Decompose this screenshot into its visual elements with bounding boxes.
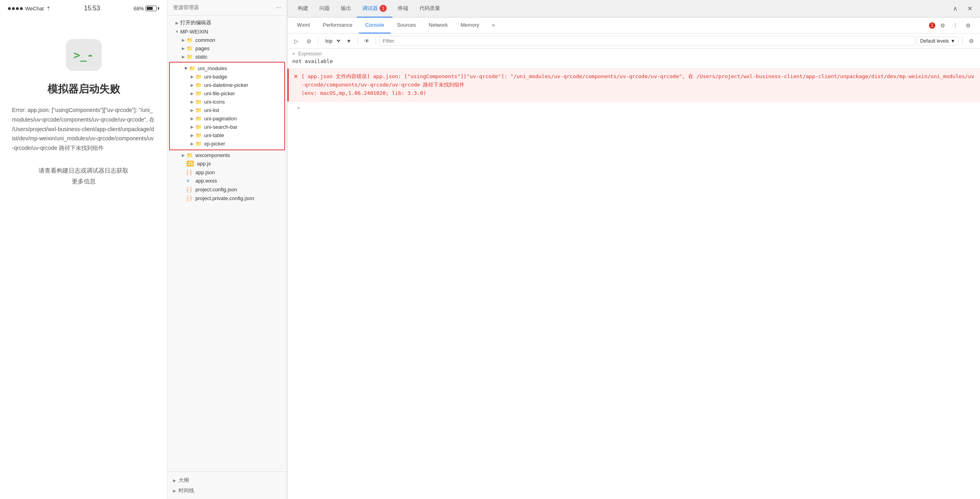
sub-tab-performance-label: Performance xyxy=(323,22,352,28)
arrow-uni-badge: ▶ xyxy=(189,75,195,79)
arrow-uni-icons: ▶ xyxy=(189,100,195,104)
tab-build[interactable]: 构建 xyxy=(292,0,314,18)
sub-tab-right-actions: 1 ⚙ ⋮ ⚙ xyxy=(926,20,977,31)
console-error-text: [ app.json 文件内容错误] app.json: ["usingComp… xyxy=(301,73,975,97)
error-circle: 1 xyxy=(929,22,935,29)
execute-btn[interactable]: ▷ xyxy=(291,35,302,47)
terminal-icon-container: >_- xyxy=(66,39,102,71)
devtools-top-tabs: 构建 问题 输出 调试器 1 终端 代码质量 ∧ ✕ xyxy=(287,0,980,18)
tree-open-editors[interactable]: ▶ 打开的编辑器 xyxy=(167,18,287,28)
settings-btn[interactable]: ⚙ xyxy=(937,20,948,31)
explorer-panel: 资源管理器 ··· ▶ 打开的编辑器 ▼ MP-WEIXIN ▶ 📁 commo… xyxy=(167,0,287,499)
tree-app-json[interactable]: ▶ {·} app.json xyxy=(167,168,287,177)
tree-uni-badge[interactable]: ▶ 📁 uni-badge xyxy=(170,73,284,81)
tree-uni-icons[interactable]: ▶ 📁 uni-icons xyxy=(170,98,284,106)
tree-mp-weixin[interactable]: ▼ MP-WEIXIN xyxy=(167,28,287,36)
tree-uni-datetime-picker[interactable]: ▶ 📁 uni-datetime-picker xyxy=(170,81,284,89)
tree-uni-list[interactable]: ▶ 📁 uni-list xyxy=(170,106,284,114)
expression-section: × Expression not available xyxy=(287,49,980,69)
sub-tab-console[interactable]: Console xyxy=(359,18,391,33)
uni-file-picker-label: uni-file-picker xyxy=(204,90,235,96)
tree-project-config[interactable]: ▶ {·} project.config.json xyxy=(167,185,287,194)
arrow-common: ▶ xyxy=(180,38,187,42)
eye-btn[interactable]: 👁 xyxy=(361,35,372,47)
expression-value: not available xyxy=(292,57,975,66)
tab-code-quality-label: 代码质量 xyxy=(419,5,440,12)
sub-tab-more[interactable]: » xyxy=(486,18,501,33)
expand-arrow[interactable]: > xyxy=(297,105,300,111)
folder-icon-uni-badge: 📁 xyxy=(195,74,203,80)
sub-tab-sources[interactable]: Sources xyxy=(391,18,423,33)
signal-dot-1 xyxy=(8,7,11,10)
arrow-open-editors: ▶ xyxy=(174,21,180,25)
debugger-badge: 1 xyxy=(380,5,387,12)
arrow-down-icon: ▼ xyxy=(346,38,352,44)
terminal-icon: >_- xyxy=(73,49,94,62)
open-editors-label: 打开的编辑器 xyxy=(180,19,211,26)
uni-badge-label: uni-badge xyxy=(204,74,227,80)
tree-uni-table[interactable]: ▶ 📁 uni-table xyxy=(170,131,284,139)
signal-dot-2 xyxy=(12,7,15,10)
tree-uni-modules[interactable]: ▼ 📁 uni_modules xyxy=(170,64,284,73)
error-count-label: 1 xyxy=(931,23,933,28)
collapse-panel-btn[interactable]: ∧ xyxy=(950,3,961,14)
tab-output[interactable]: 输出 xyxy=(335,0,357,18)
signal-dots xyxy=(8,7,23,10)
settings-icon: ⚙ xyxy=(966,22,971,29)
tab-issues[interactable]: 问题 xyxy=(314,0,335,18)
default-levels-btn[interactable]: Default levels ▼ xyxy=(917,37,959,45)
tab-terminal-label: 终端 xyxy=(398,5,408,12)
tree-common[interactable]: ▶ 📁 common xyxy=(167,36,287,44)
wxcomponents-label: wxcomponents xyxy=(195,152,230,158)
context-selector[interactable]: top xyxy=(321,36,342,45)
sub-tab-network[interactable]: Network xyxy=(422,18,454,33)
folder-icon-uni-modules: 📁 xyxy=(189,65,196,71)
folder-icon-pages: 📁 xyxy=(187,45,194,51)
sub-tab-memory[interactable]: Memory xyxy=(454,18,486,33)
js-file-icon: JS xyxy=(187,161,194,167)
tree-static[interactable]: ▶ 📁 static xyxy=(167,53,287,61)
sub-tab-wxml[interactable]: Wxml xyxy=(291,18,317,33)
timeline-arrow: ▶ xyxy=(173,489,176,493)
tree-uni-search-bar[interactable]: ▶ 📁 uni-search-bar xyxy=(170,123,284,131)
more-options-btn[interactable]: ⋮ xyxy=(950,20,961,31)
tab-code-quality[interactable]: 代码质量 xyxy=(414,0,446,18)
tree-uni-pagination[interactable]: ▶ 📁 uni-pagination xyxy=(170,114,284,123)
phone-panel: WeChat ⇡ 15:53 68% >_- 模拟器启动失败 Error: ap… xyxy=(0,0,167,499)
tree-pages[interactable]: ▶ 📁 pages xyxy=(167,44,287,53)
app-wxss-label: app.wxss xyxy=(195,178,217,184)
sub-tab-performance[interactable]: Performance xyxy=(317,18,359,33)
arrow-down-btn[interactable]: ▼ xyxy=(343,35,354,47)
tab-debugger-label: 调试器 xyxy=(362,5,378,12)
arrow-wxcomponents: ▶ xyxy=(180,153,187,157)
status-left: WeChat ⇡ xyxy=(8,6,51,12)
tree-app-wxss[interactable]: ▶ ≡ app.wxss xyxy=(167,177,287,185)
tree-wxcomponents[interactable]: ▶ 📁 wxcomponents xyxy=(167,151,287,159)
outline-section[interactable]: ▶ 大纲 xyxy=(173,475,281,485)
tree-xp-picker[interactable]: ▶ 📁 xp-picker xyxy=(170,139,284,148)
expression-close-btn[interactable]: × xyxy=(292,51,295,57)
settings-btn-2[interactable]: ⚙ xyxy=(962,20,974,31)
explorer-menu-icon[interactable]: ··· xyxy=(276,4,281,11)
uni-pagination-label: uni-pagination xyxy=(204,116,237,122)
status-bar: WeChat ⇡ 15:53 68% xyxy=(0,0,167,15)
tab-debugger[interactable]: 调试器 1 xyxy=(357,0,392,18)
tree-app-js[interactable]: ▶ JS app.js xyxy=(167,159,287,168)
stop-btn[interactable]: ⊘ xyxy=(303,35,315,47)
wifi-icon: ⇡ xyxy=(46,6,51,12)
folder-icon-xp-picker: 📁 xyxy=(195,141,203,147)
arrow-uni-table: ▶ xyxy=(189,133,195,138)
tab-terminal[interactable]: 终端 xyxy=(392,0,414,18)
timeline-section[interactable]: ▶ 时间线 xyxy=(173,485,281,496)
sub-tab-memory-label: Memory xyxy=(460,22,479,28)
tree-project-private-config[interactable]: ▶ {·} project.private.config.json xyxy=(167,194,287,202)
arrow-uni-file-picker: ▶ xyxy=(189,91,195,96)
xp-picker-label: xp-picker xyxy=(204,141,225,147)
filter-input[interactable] xyxy=(379,36,915,46)
console-gear-btn[interactable]: ⚙ xyxy=(966,35,977,47)
more-icon: ⋮ xyxy=(952,22,958,29)
uni-table-label: uni-table xyxy=(204,132,224,138)
tree-uni-file-picker[interactable]: ▶ 📁 uni-file-picker xyxy=(170,89,284,98)
mp-weixin-label: MP-WEIXIN xyxy=(180,29,208,35)
close-panel-btn[interactable]: ✕ xyxy=(964,3,975,14)
